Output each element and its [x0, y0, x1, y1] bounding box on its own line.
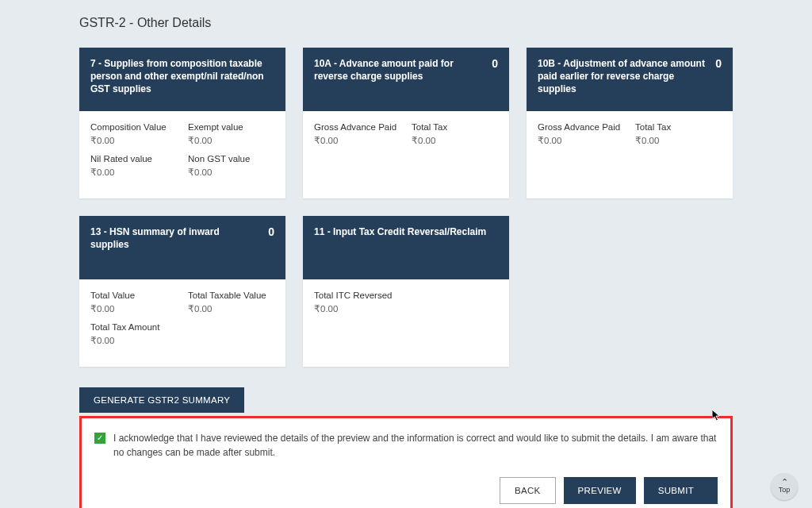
field-value: ₹0.00	[314, 303, 498, 314]
field-label: Gross Advance Paid	[314, 122, 400, 132]
acknowledge-checkbox[interactable]	[94, 433, 105, 444]
scroll-top-button[interactable]: Top	[771, 473, 798, 500]
field-value: ₹0.00	[538, 135, 624, 146]
summary-card[interactable]: 10A - Advance amount paid for reverse ch…	[303, 48, 509, 198]
summary-card[interactable]: 11 - Input Tax Credit Reversal/ReclaimTo…	[303, 216, 509, 367]
field-label: Total Tax Amount	[90, 322, 177, 332]
card-title: 7 - Supplies from composition taxable pe…	[90, 57, 274, 96]
field-label: Total Taxable Value	[188, 291, 274, 300]
field-value: ₹0.00	[90, 167, 177, 178]
field-label: Composition Value	[90, 122, 177, 132]
field-value: ₹0.00	[314, 135, 400, 146]
field-value: ₹0.00	[188, 135, 274, 146]
field-label: Total Value	[90, 291, 177, 300]
scroll-top-label: Top	[779, 486, 791, 494]
page-title: GSTR-2 - Other Details	[79, 16, 733, 30]
back-button[interactable]: BACK	[500, 477, 556, 504]
acknowledge-text: I acknowledge that I have reviewed the d…	[113, 431, 718, 460]
field-value: ₹0.00	[90, 135, 177, 146]
card-title: 11 - Input Tax Credit Reversal/Reclaim	[314, 225, 498, 238]
card-title: 10A - Advance amount paid for reverse ch…	[314, 57, 484, 83]
card-count-badge: 0	[492, 57, 498, 70]
field-label: Total Tax	[412, 122, 498, 132]
card-count-badge: 0	[268, 225, 274, 238]
field-label: Non GST value	[188, 154, 274, 164]
field-value: ₹0.00	[635, 135, 722, 146]
card-title: 10B - Adjustment of advance amount paid …	[538, 57, 707, 96]
summary-card[interactable]: 10B - Adjustment of advance amount paid …	[527, 48, 733, 198]
card-count-badge: 0	[715, 57, 722, 70]
field-value: ₹0.00	[412, 135, 498, 146]
field-value: ₹0.00	[90, 303, 177, 314]
field-value: ₹0.00	[90, 335, 177, 346]
field-label: Total ITC Reversed	[314, 291, 498, 300]
field-label: Nil Rated value	[90, 154, 177, 164]
acknowledge-box: I acknowledge that I have reviewed the d…	[79, 416, 733, 508]
field-label: Exempt value	[188, 122, 274, 132]
field-value: ₹0.00	[188, 167, 274, 178]
summary-card[interactable]: 13 - HSN summary of inward supplies0Tota…	[79, 216, 285, 367]
preview-button[interactable]: PREVIEW	[564, 477, 636, 504]
card-title: 13 - HSN summary of inward supplies	[90, 225, 260, 251]
summary-card[interactable]: 7 - Supplies from composition taxable pe…	[79, 48, 285, 198]
generate-summary-button[interactable]: GENERATE GSTR2 SUMMARY	[79, 387, 244, 413]
field-label: Total Tax	[635, 122, 722, 132]
field-value: ₹0.00	[188, 303, 274, 314]
submit-button[interactable]: SUBMIT	[644, 477, 718, 504]
field-label: Gross Advance Paid	[538, 122, 624, 132]
